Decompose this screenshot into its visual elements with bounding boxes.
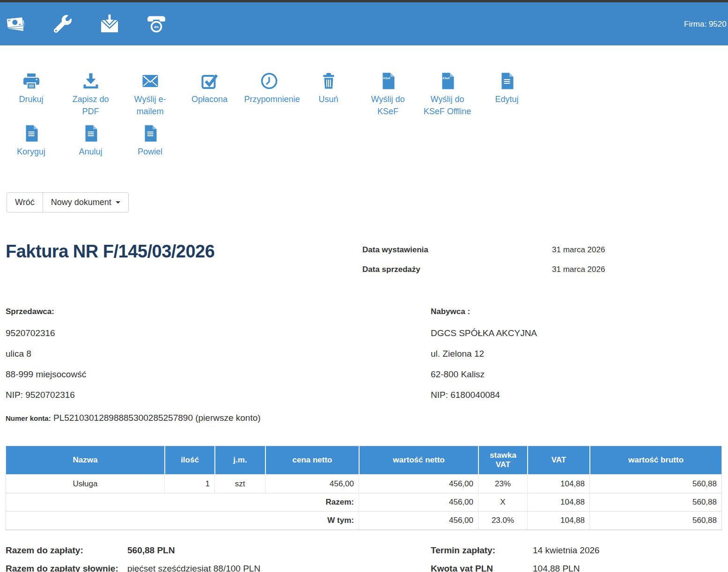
money-banknotes-icon[interactable]: 50 50 (5, 13, 27, 35)
invoice-footer: Razem do zapłaty: 560,88 PLN Termin zapł… (0, 544, 728, 572)
summary-label: Razem: (6, 493, 359, 512)
toolbar-label: Koryguj (17, 146, 45, 158)
back-button[interactable]: Wróć (7, 192, 43, 213)
toolbar-button-drukuj[interactable]: Drukuj (1, 72, 61, 117)
document-icon (141, 124, 160, 143)
column-header-cena-netto: cena netto (265, 446, 359, 475)
toolbar-label: Anuluj (79, 146, 102, 158)
column-header-wartosc-brutto: wartość brutto (589, 446, 721, 475)
document-icon (81, 124, 100, 143)
invoice-title: Faktura NR F/145/03/2026 (6, 242, 214, 262)
toolbar-label: Wyślij e-mailem (125, 93, 175, 117)
download-icon (81, 72, 100, 90)
item-vat-rate: 23% (478, 475, 527, 493)
buyer-heading: Nabywca : (431, 307, 728, 316)
invoice-dates: Data wystawienia 31 marca 2026 Data sprz… (362, 242, 721, 285)
toolbar-label: Przypomnienie (244, 93, 294, 105)
svg-text:KSeF: KSeF (442, 76, 450, 80)
summary-row-w-tym: W tym: 456,00 23.0% 104,88 560,88 (6, 512, 721, 530)
column-header-stawka-vat: stawka VAT (478, 446, 527, 475)
summary-label: W tym: (6, 512, 359, 530)
new-document-dropdown-button[interactable]: Nowy dokument (43, 192, 129, 213)
item-vat-amount: 104,88 (527, 475, 589, 493)
item-unit: szt (214, 475, 265, 493)
issue-date-value: 31 marca 2026 (552, 245, 605, 255)
toolbar-button-usun[interactable]: Usuń (299, 72, 358, 117)
toolbar-button-anuluj[interactable]: Anuluj (61, 124, 120, 170)
vat-amount-label: Kwota vat PLN (431, 563, 533, 572)
seller-account-line: Numer konta: PL5210301289888530028525789… (6, 410, 275, 426)
toolbar-label: Wyślij do KSeF (363, 93, 413, 117)
parties-section: Sprzedawca: 9520702316 ulica 8 88-999 mi… (0, 307, 728, 426)
invoice-page: Drukuj Zapisz do PDF Wyślij e-mailem Opł… (0, 72, 728, 572)
document-header: Faktura NR F/145/03/2026 Data wystawieni… (0, 242, 728, 285)
table-header-row: Nazwa ilość j.m. cena netto wartość nett… (6, 446, 721, 475)
seller-name: 9520702316 (6, 328, 431, 338)
issue-date-label: Data wystawienia (362, 245, 552, 255)
toolbar-label: Edytuj (495, 93, 518, 105)
column-header-ilosc: ilość (164, 446, 214, 475)
caret-down-icon (116, 201, 120, 204)
item-net-value: 456,00 (359, 475, 478, 493)
toolbar-button-wyslij-e-mailem[interactable]: Wyślij e-mailem (120, 72, 180, 117)
new-document-label: Nowy dokument (51, 198, 111, 207)
clock-icon (260, 72, 279, 90)
amount-in-words-row: Razem do zapłaty słownie: pięćset sześćd… (0, 563, 728, 572)
svg-text:dn: dn (154, 25, 159, 29)
buyer-nip: NIP: 6180040084 (431, 389, 728, 400)
buyer-city: 62-800 Kalisz (431, 369, 728, 380)
seller-heading: Sprzedawca: (6, 307, 431, 316)
column-header-nazwa: Nazwa (6, 446, 164, 475)
seller-nip: NIP: 9520702316 (6, 389, 431, 400)
summary-vat-rate: X (478, 493, 527, 512)
svg-text:50: 50 (8, 19, 11, 22)
total-due-label: Razem do zapłaty: (6, 544, 127, 557)
toolbar-button-koryguj[interactable]: Koryguj (1, 124, 61, 170)
toolbar-button-oplacona[interactable]: Opłacona (180, 72, 239, 117)
navigation-buttons: Wróć Nowy dokument (7, 192, 129, 213)
vat-amount-value: 104,88 PLN (533, 563, 580, 572)
sale-date-row: Data sprzedaży 31 marca 2026 (362, 265, 721, 274)
svg-text:KSeF: KSeF (383, 76, 390, 80)
item-name: Usługa (6, 475, 164, 493)
ksef-document-icon: KSeF (438, 72, 457, 90)
seller-city: 88-999 miejsocowść (6, 369, 431, 380)
trash-icon (319, 72, 338, 90)
toolbar-label: Usuń (318, 93, 338, 105)
phone-icon[interactable]: dn (145, 13, 168, 35)
amount-in-words-label: Razem do zapłaty słownie: (6, 563, 127, 572)
ksef-document-icon: KSeF (379, 72, 397, 90)
summary-net-value: 456,00 (359, 512, 478, 530)
toolbar-label: Zapisz do PDF (66, 93, 116, 117)
wrench-icon[interactable] (51, 13, 74, 35)
amount-in-words-value: pięćset sześćdziesiąt 88/100 PLN (127, 563, 431, 572)
summary-net-value: 456,00 (359, 493, 478, 512)
toolbar-button-edytuj[interactable]: Edytuj (477, 72, 537, 117)
item-quantity: 1 (164, 475, 214, 493)
toolbar-label: Drukuj (19, 93, 43, 105)
column-header-jm: j.m. (214, 446, 265, 475)
account-number-label: Numer konta: (6, 414, 51, 422)
payment-due-value: 14 kwietnia 2026 (533, 544, 600, 557)
issue-date-row: Data wystawienia 31 marca 2026 (362, 245, 721, 255)
column-header-wartosc-netto: wartość netto (359, 446, 478, 475)
buyer-street: ul. Zielona 12 (431, 348, 728, 359)
company-label: Firma: 9520 (684, 20, 727, 29)
invoice-items-table: Nazwa ilość j.m. cena netto wartość nett… (6, 446, 722, 530)
document-actions-toolbar: Drukuj Zapisz do PDF Wyślij e-mailem Opł… (1, 72, 544, 176)
toolbar-button-powiel[interactable]: Powiel (120, 124, 180, 170)
toolbar-button-wyslij-do-ksef-offline[interactable]: KSeF Wyślij do KSeF Offline (418, 72, 477, 117)
seller-street: ulica 8 (6, 348, 431, 359)
sale-date-value: 31 marca 2026 (552, 265, 605, 274)
toolbar-button-zapisz-do-pdf[interactable]: Zapisz do PDF (61, 72, 120, 117)
seller-block: Sprzedawca: 9520702316 ulica 8 88-999 mi… (6, 307, 431, 426)
summary-vat-rate: 23.0% (478, 512, 527, 530)
summary-gross-value: 560,88 (589, 493, 721, 512)
toolbar-button-wyslij-do-ksef[interactable]: KSeF Wyślij do KSeF (358, 72, 418, 117)
mail-download-icon[interactable] (98, 13, 121, 35)
toolbar-button-przypomnienie[interactable]: Przypomnienie (239, 72, 299, 117)
sale-date-label: Data sprzedaży (362, 265, 552, 274)
item-gross-value: 560,88 (589, 475, 721, 493)
toolbar-label: Opłacona (191, 93, 228, 105)
summary-row-razem: Razem: 456,00 X 104,88 560,88 (6, 493, 721, 512)
